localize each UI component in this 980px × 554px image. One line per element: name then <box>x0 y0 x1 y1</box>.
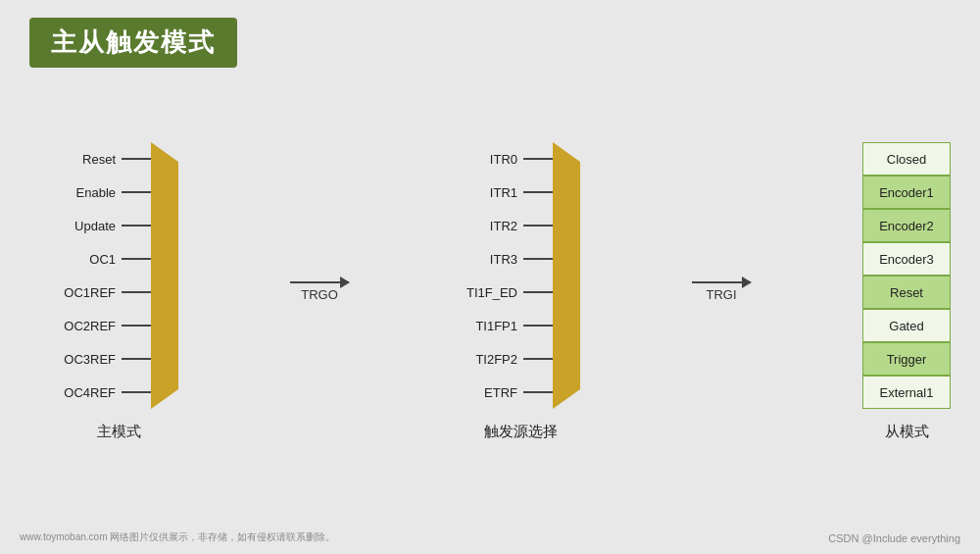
connector-line <box>523 225 553 227</box>
trgo-label: TRGO <box>301 287 338 302</box>
title-text: 主从触发模式 <box>51 27 216 57</box>
list-item: OC1 <box>59 242 151 276</box>
left-section: Reset Enable Update OC1 OC1REF OC2REF OC… <box>59 142 178 441</box>
list-item: Update <box>59 209 151 242</box>
diagram: Reset Enable Update OC1 OC1REF OC2REF OC… <box>59 88 951 495</box>
output-box: Encoder1 <box>862 176 951 209</box>
right-section-label: 从模式 <box>885 423 929 441</box>
trgi-label: TRGI <box>706 287 736 302</box>
input-label: ETRF <box>461 385 517 400</box>
connector-line <box>122 225 151 227</box>
list-item: ITR2 <box>461 209 553 242</box>
connector-line <box>122 358 151 360</box>
list-item: ITR3 <box>461 242 553 276</box>
input-label: OC1REF <box>59 285 116 300</box>
list-item: OC3REF <box>59 342 151 376</box>
right-section: ClosedEncoder1Encoder2Encoder3ResetGated… <box>862 142 951 441</box>
left-input-lines: Reset Enable Update OC1 OC1REF OC2REF OC… <box>59 142 151 409</box>
svg-marker-0 <box>151 142 178 409</box>
list-item: ITR1 <box>461 176 553 209</box>
connector-line <box>523 158 553 160</box>
middle-mux-shape <box>553 142 580 409</box>
connector-line <box>523 325 553 327</box>
connector-line <box>122 325 151 327</box>
connector-line <box>122 258 151 260</box>
output-boxes: ClosedEncoder1Encoder2Encoder3ResetGated… <box>862 142 951 409</box>
input-label: OC1 <box>59 252 116 267</box>
svg-marker-1 <box>553 142 580 409</box>
left-mux-block: Reset Enable Update OC1 OC1REF OC2REF OC… <box>59 142 178 409</box>
input-label: ITR1 <box>461 185 517 200</box>
input-label: TI1FP1 <box>461 319 517 333</box>
left-section-label: 主模式 <box>97 423 141 441</box>
output-box: Trigger <box>862 342 951 376</box>
list-item: OC2REF <box>59 309 151 342</box>
list-item: OC1REF <box>59 276 151 309</box>
input-label: OC2REF <box>59 319 116 333</box>
input-label: TI1F_ED <box>461 285 517 300</box>
list-item: Enable <box>59 176 151 209</box>
input-label: Update <box>59 219 116 233</box>
input-label: Enable <box>59 185 116 200</box>
connector-line <box>122 391 151 393</box>
list-item: Reset <box>59 142 151 176</box>
connector-line <box>523 391 553 393</box>
connector-line <box>523 258 553 260</box>
output-box: Encoder3 <box>862 242 951 276</box>
middle-section: ITR0 ITR1 ITR2 ITR3 TI1F_ED TI1FP1 TI2FP… <box>461 142 580 441</box>
middle-input-lines: ITR0 ITR1 ITR2 ITR3 TI1F_ED TI1FP1 TI2FP… <box>461 142 553 409</box>
left-mux-shape <box>151 142 178 409</box>
list-item: TI2FP2 <box>461 342 553 376</box>
middle-section-label: 触发源选择 <box>484 423 558 441</box>
output-box: Closed <box>862 142 951 176</box>
output-box: Encoder2 <box>862 209 951 242</box>
input-label: TI2FP2 <box>461 352 517 367</box>
connector-line <box>122 191 151 193</box>
connector-line <box>122 291 151 293</box>
middle-mux-block: ITR0 ITR1 ITR2 ITR3 TI1F_ED TI1FP1 TI2FP… <box>461 142 580 409</box>
trgi-arrow: TRGI <box>692 281 751 302</box>
trgo-line <box>290 281 349 283</box>
connector-line <box>122 158 151 160</box>
input-label: OC3REF <box>59 352 116 367</box>
list-item: TI1F_ED <box>461 276 553 309</box>
footer-left: www.toymoban.com 网络图片仅供展示，非存储，如有侵权请联系删除。 <box>20 530 335 544</box>
title-box: 主从触发模式 <box>29 18 237 68</box>
output-box: External1 <box>862 376 951 409</box>
connector-line <box>523 358 553 360</box>
connector-line <box>523 291 553 293</box>
input-label: ITR0 <box>461 152 517 167</box>
output-box: Reset <box>862 276 951 309</box>
input-label: ITR3 <box>461 252 517 267</box>
connector-line <box>523 191 553 193</box>
list-item: OC4REF <box>59 376 151 409</box>
output-box: Gated <box>862 309 951 342</box>
list-item: ITR0 <box>461 142 553 176</box>
trgo-arrow: TRGO <box>290 281 349 302</box>
input-label: ITR2 <box>461 219 517 233</box>
input-label: Reset <box>59 152 116 167</box>
footer-right: CSDN @Include everything <box>828 532 960 544</box>
trgi-line <box>692 281 751 283</box>
list-item: ETRF <box>461 376 553 409</box>
list-item: TI1FP1 <box>461 309 553 342</box>
input-label: OC4REF <box>59 385 116 400</box>
